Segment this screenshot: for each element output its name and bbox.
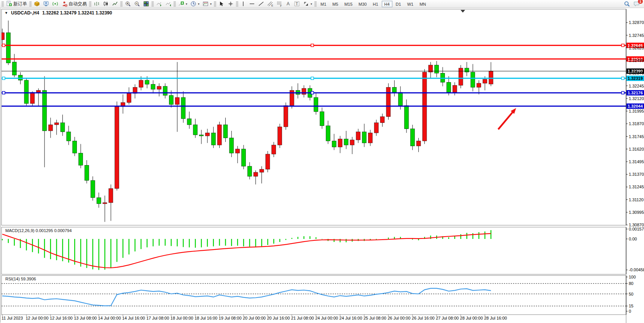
autotrade-button[interactable]: 自动交易 (60, 0, 88, 8)
line-handle[interactable] (622, 77, 624, 80)
price-tick-label: 1.32745 (629, 33, 644, 38)
horizontal-line-object[interactable]: 1.32044 (2, 103, 644, 109)
candle-body (157, 86, 161, 89)
candle-body (139, 80, 143, 88)
horizontal-line-object[interactable]: 1.32176 (2, 90, 644, 95)
candle-body (374, 123, 378, 133)
line-handle[interactable] (622, 91, 624, 94)
rsi-tick-label: 80 (629, 281, 633, 286)
new-order-label: 新订单 (13, 1, 27, 7)
rsi-tick-label: 15 (629, 304, 633, 308)
time-tick-label: 13 Jul 08:00 (74, 316, 97, 320)
vertical-line-tool-button[interactable] (239, 0, 247, 8)
chart-window[interactable]: 1.326451.325101.323901.323191.321761.320… (0, 8, 644, 323)
indicators-caret-icon: ▾ (186, 2, 187, 6)
candle-body (109, 188, 113, 202)
timeframe-m15-button[interactable]: M15 (342, 1, 355, 7)
time-tick-label: 24 Jul 00:00 (315, 316, 338, 320)
candlestick-mode-button[interactable] (101, 0, 110, 8)
candle-body (67, 132, 71, 141)
text-label-tool-button[interactable]: T (292, 0, 301, 8)
candle-body (386, 88, 391, 117)
line-handle[interactable] (311, 44, 314, 47)
terminal-button[interactable] (41, 0, 51, 8)
horizontal-line-object[interactable]: 1.32645 (2, 43, 644, 48)
candle-body (350, 140, 354, 145)
price-tag-label: 1.32319 (628, 76, 643, 81)
line-handle[interactable] (2, 91, 5, 94)
candle-body (284, 105, 288, 127)
crosshair-tool-button[interactable] (226, 0, 235, 8)
chat-button[interactable]: 1 (633, 1, 640, 7)
timeframe-d1-button[interactable]: D1 (393, 1, 404, 7)
crosshair-icon (228, 1, 234, 7)
candle-body (18, 75, 22, 80)
horizontal-line-icon (249, 1, 255, 7)
equidistant-channel-icon: E (267, 1, 273, 7)
market-watch-button[interactable] (32, 0, 41, 8)
line-chart-icon (112, 1, 118, 7)
timeframe-h1-button[interactable]: H1 (370, 1, 381, 7)
candle-body (236, 149, 240, 153)
line-chart-mode-button[interactable] (110, 0, 120, 8)
candle-body (199, 135, 204, 136)
zoom-in-button[interactable] (123, 0, 132, 8)
periods-button[interactable]: ▾ (189, 0, 201, 8)
line-handle[interactable] (311, 91, 314, 94)
candle-body (477, 83, 481, 88)
gold-cube-icon (34, 1, 40, 7)
templates-button[interactable]: ▾ (201, 0, 213, 8)
auto-scroll-button[interactable] (155, 0, 164, 8)
horizontal-line-object[interactable]: 1.32510 (2, 56, 644, 62)
trend-arrow-annotation[interactable] (498, 108, 516, 129)
timeframe-h4-button[interactable]: H4 (382, 1, 392, 7)
time-tick-label: 24 Jul 16:00 (340, 316, 362, 320)
channel-tool-button[interactable]: E (266, 0, 275, 8)
timeframe-w1-button[interactable]: W1 (405, 1, 416, 7)
indicators-button[interactable]: ▾ (177, 0, 189, 8)
chart-shift-marker[interactable] (461, 10, 465, 13)
svg-text:F: F (280, 5, 282, 7)
symbol-period-label: USDCAD-,H4 (11, 10, 39, 16)
zoom-out-button[interactable] (132, 0, 142, 8)
tile-windows-button[interactable] (142, 0, 151, 8)
candle-body (163, 86, 167, 95)
mt4-application: { "toolbar": { "new_order_label": "新订单",… (0, 0, 644, 323)
fibonacci-tool-button[interactable]: F (275, 0, 284, 8)
macd-plot (2, 230, 491, 270)
candle-body (242, 149, 246, 166)
candle-body (175, 97, 179, 105)
time-tick-label: 12 Jul 00:00 (26, 316, 48, 320)
horizontal-line-object[interactable]: 1.32390 (2, 68, 644, 74)
signal-button[interactable] (51, 0, 60, 8)
timeframe-m30-button[interactable]: M30 (356, 1, 369, 7)
bar-chart-mode-button[interactable] (92, 0, 101, 8)
chart-canvas[interactable]: 1.326451.325101.323901.323191.321761.320… (0, 8, 644, 323)
timeframe-m5-button[interactable]: M5 (330, 1, 341, 7)
text-tool-button[interactable]: A (284, 0, 292, 8)
text-label-icon: T (294, 1, 300, 7)
candle-body (410, 129, 414, 146)
arrows-tool-button[interactable]: ▾ (301, 0, 314, 8)
arrows-caret-icon: ▾ (311, 2, 312, 6)
price-tick-label: 1.32620 (629, 46, 644, 50)
trendline-tool-button[interactable] (257, 0, 266, 8)
line-handle[interactable] (311, 77, 314, 80)
horizontal-line-object[interactable]: 1.32319 (2, 76, 644, 81)
price-tick-label: 1.31495 (629, 159, 644, 164)
line-handle[interactable] (2, 77, 5, 80)
search-icon[interactable] (624, 1, 630, 7)
line-handle[interactable] (622, 44, 624, 47)
horizontal-line-tool-button[interactable] (247, 0, 257, 8)
timeframe-m1-button[interactable]: M1 (318, 1, 329, 7)
window-menu-icon[interactable]: ▼ (5, 11, 8, 15)
cursor-tool-button[interactable] (217, 0, 226, 8)
zoom-in-icon (125, 1, 131, 7)
new-order-button[interactable]: 新订单 (5, 0, 29, 8)
price-tick-label: 1.31995 (629, 109, 644, 113)
line-handle[interactable] (2, 44, 5, 47)
candle-body (37, 90, 41, 92)
candle-body (0, 33, 5, 40)
timeframe-mn-button[interactable]: MN (417, 1, 429, 7)
chart-shift-button[interactable] (164, 0, 173, 8)
